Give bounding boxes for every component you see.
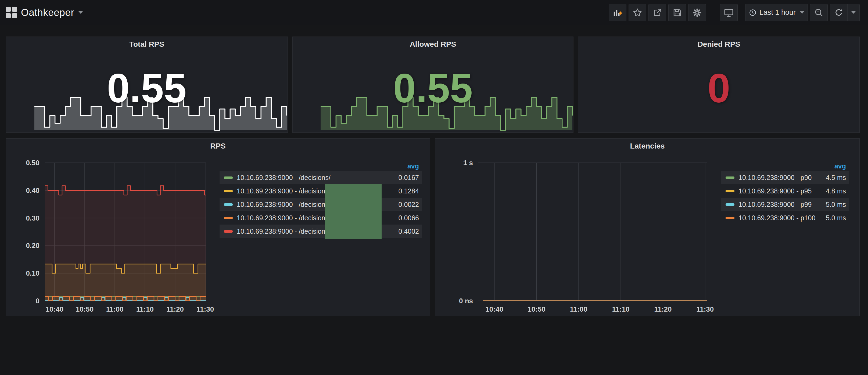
legend-series-value: 0.0167 [399, 174, 419, 182]
svg-text:11:30: 11:30 [696, 305, 714, 313]
denied-rps-value: 0 [578, 67, 859, 110]
legend-series-label[interactable]: 10.10.69.238:9000 - p95 [739, 187, 826, 195]
svg-text:10:40: 10:40 [46, 305, 64, 313]
legend-row[interactable]: 10.10.69.238:9000 - /decisions/0.1284 [220, 184, 422, 198]
panel-title-rps[interactable]: RPS [6, 142, 430, 150]
svg-text:10:50: 10:50 [528, 305, 546, 313]
legend-series-swatch[interactable] [725, 190, 735, 192]
legend-series-label[interactable]: 10.10.69.238:9000 - /decisions/ [237, 174, 399, 182]
legend-series-value: 0.0022 [399, 201, 419, 209]
legend-row[interactable]: 10.10.69.238:9000 - p904.5 ms [721, 171, 849, 184]
legend-series-swatch[interactable] [224, 204, 233, 206]
legend-row[interactable]: 10.10.69.238:9000 - /decisions/0.0167 [220, 171, 422, 184]
svg-text:0 ns: 0 ns [459, 297, 473, 305]
panel-title-denied-rps[interactable]: Denied RPS [578, 40, 859, 49]
share-dashboard-button[interactable] [648, 4, 666, 21]
dashboard-title-caret-icon[interactable] [79, 11, 83, 14]
green-overlay-rect [325, 184, 381, 239]
time-range-picker[interactable]: Last 1 hour [745, 4, 808, 21]
panel-rps-graph: RPS 00.100.200.300.400.5010:4010:5011:00… [6, 138, 430, 316]
legend-series-value: 5.0 ms [826, 214, 846, 222]
legend-row[interactable]: 10.10.69.238:9000 - p1005.0 ms [721, 211, 849, 225]
legend-series-value: 4.5 ms [826, 174, 846, 182]
svg-text:11:10: 11:10 [136, 305, 154, 313]
panel-title-latencies[interactable]: Latencies [435, 142, 859, 150]
legend-series-swatch[interactable] [224, 177, 233, 179]
svg-text:1 s: 1 s [463, 159, 473, 167]
legend-series-swatch[interactable] [725, 204, 735, 206]
share-icon [652, 7, 662, 18]
add-panel-button[interactable] [609, 4, 626, 21]
panel-total-rps: Total RPS 0.55 [6, 36, 288, 133]
legend-series-value: 0.4002 [399, 227, 419, 235]
svg-text:0.10: 0.10 [26, 269, 39, 277]
panel-denied-rps: Denied RPS 0 [578, 36, 860, 133]
legend-series-swatch[interactable] [224, 190, 233, 192]
legend-row[interactable]: 10.10.69.238:9000 - /decisions/0.0022 [220, 198, 422, 211]
legend-series-value: 0.1284 [399, 187, 419, 195]
legend-row[interactable]: 10.10.69.238:9000 - /decisions/0.0066 [220, 211, 422, 225]
time-range-caret-icon [800, 11, 804, 14]
refresh-interval-dropdown[interactable] [847, 4, 859, 21]
refresh-icon [834, 8, 843, 18]
time-range-label: Last 1 hour [760, 8, 796, 17]
allowed-rps-value: 0.55 [293, 67, 573, 110]
legend-row[interactable]: 10.10.69.238:9000 - p954.8 ms [721, 184, 849, 198]
zoom-out-icon [814, 7, 824, 18]
star-dashboard-button[interactable] [628, 4, 646, 21]
legend-series-swatch[interactable] [725, 217, 735, 219]
dashboard-grid-logo-icon[interactable] [6, 7, 18, 19]
svg-text:10:40: 10:40 [485, 305, 503, 313]
svg-text:0.30: 0.30 [26, 214, 39, 222]
latencies-legend: avg 10.10.69.238:9000 - p904.5 ms10.10.6… [721, 162, 849, 225]
legend-series-swatch[interactable] [224, 217, 233, 219]
legend-series-swatch[interactable] [224, 230, 233, 232]
svg-text:11:20: 11:20 [166, 305, 184, 313]
cycle-view-mode-button[interactable] [720, 4, 738, 21]
svg-text:10:50: 10:50 [76, 305, 94, 313]
refresh-caret-icon [851, 11, 856, 14]
legend-row[interactable]: 10.10.69.238:9000 - p995.0 ms [721, 198, 849, 211]
legend-series-label[interactable]: 10.10.69.238:9000 - p99 [739, 201, 826, 209]
total-rps-value: 0.55 [6, 67, 287, 110]
legend-avg-header[interactable]: avg [721, 162, 849, 171]
svg-text:11:20: 11:20 [654, 305, 672, 313]
svg-text:0.50: 0.50 [26, 159, 39, 167]
refresh-button-group [830, 4, 860, 21]
save-icon [672, 7, 682, 18]
zoom-out-time-button[interactable] [810, 4, 828, 21]
add-panel-icon [612, 7, 623, 18]
panel-title-allowed-rps[interactable]: Allowed RPS [293, 40, 573, 49]
svg-text:11:10: 11:10 [612, 305, 630, 313]
panel-title-total-rps[interactable]: Total RPS [6, 40, 287, 49]
gear-icon [692, 7, 703, 18]
clock-icon [749, 9, 757, 17]
svg-text:0.20: 0.20 [26, 242, 39, 250]
panel-latencies-graph: Latencies 0 ns1 s10:4010:5011:0011:1011:… [435, 138, 860, 316]
svg-text:0.40: 0.40 [26, 186, 39, 194]
save-dashboard-button[interactable] [668, 4, 686, 21]
legend-series-value: 5.0 ms [826, 201, 846, 209]
svg-text:11:30: 11:30 [196, 305, 214, 313]
legend-series-label[interactable]: 10.10.69.238:9000 - p90 [739, 174, 826, 182]
legend-avg-header[interactable]: avg [220, 162, 422, 171]
svg-text:11:00: 11:00 [570, 305, 587, 313]
panel-allowed-rps: Allowed RPS 0.55 [292, 36, 574, 133]
svg-text:11:00: 11:00 [106, 305, 124, 313]
legend-series-swatch[interactable] [725, 177, 735, 179]
monitor-icon [723, 7, 734, 18]
rps-legend: avg 10.10.69.238:9000 - /decisions/0.016… [220, 162, 422, 238]
svg-text:0: 0 [36, 297, 39, 305]
dashboard-title[interactable]: Oathkeeper [21, 7, 74, 18]
dashboard-settings-button[interactable] [688, 4, 706, 21]
legend-series-value: 4.8 ms [826, 187, 846, 195]
refresh-dashboard-button[interactable] [830, 4, 847, 21]
legend-row[interactable]: 10.10.69.238:9000 - /decisions/0.4002 [220, 225, 422, 238]
navbar: Oathkeeper [0, 0, 868, 25]
legend-series-value: 0.0066 [399, 214, 419, 222]
star-icon [632, 7, 643, 18]
legend-series-label[interactable]: 10.10.69.238:9000 - p100 [739, 214, 826, 222]
